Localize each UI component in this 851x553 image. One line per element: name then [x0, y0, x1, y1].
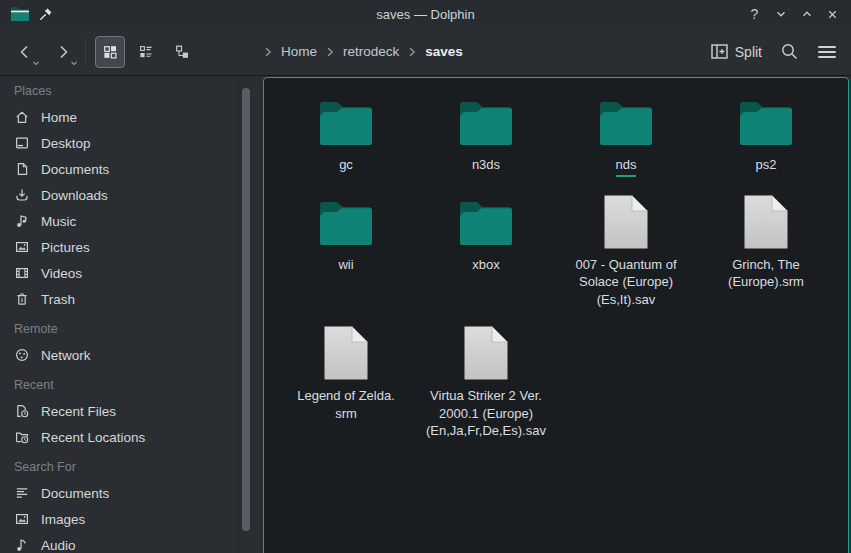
recent-files-icon — [14, 403, 30, 419]
trash-icon — [14, 291, 30, 307]
section-header-recent: Recent — [0, 372, 238, 398]
search-button[interactable] — [780, 42, 799, 61]
sidebar-item-music[interactable]: Music — [0, 208, 238, 234]
sidebar-item-search-audio[interactable]: Audio — [0, 532, 238, 553]
item-label: Legend of Zelda. srm — [297, 387, 395, 422]
forward-dropdown-icon[interactable] — [70, 59, 78, 67]
file-item-legend-of-zelda[interactable]: Legend of Zelda. srm — [276, 325, 416, 440]
split-label: Split — [735, 44, 762, 60]
item-label: Virtua Striker 2 Ver. 2000.1 (Europe) (E… — [426, 387, 546, 440]
split-icon — [711, 44, 728, 59]
folder-item-ps2[interactable]: ps2 — [696, 94, 836, 177]
item-label: wii — [338, 256, 353, 274]
home-icon — [14, 109, 30, 125]
icons-view-button[interactable] — [95, 36, 125, 68]
menu-button[interactable] — [817, 44, 837, 60]
search-icon — [780, 42, 799, 61]
folder-item-xbox[interactable]: xbox — [416, 194, 556, 309]
folder-icon — [318, 94, 374, 150]
file-icon — [743, 194, 789, 250]
sidebar-item-network[interactable]: Network — [0, 342, 238, 368]
item-label: 007 - Quantum of Solace (Europe) (Es,It)… — [575, 256, 676, 309]
network-icon — [14, 347, 30, 363]
music-icon — [14, 213, 30, 229]
sidebar-item-recent-files[interactable]: Recent Files — [0, 398, 238, 424]
pin-icon[interactable] — [39, 7, 53, 21]
places-panel: Places Home Desktop Documents Downloads … — [0, 76, 239, 553]
folder-icon — [738, 94, 794, 150]
sidebar-scrollbar — [239, 76, 253, 553]
folder-icon — [458, 94, 514, 150]
downloads-icon — [14, 187, 30, 203]
folder-view[interactable]: gc n3ds nds — [263, 77, 849, 553]
minimize-button[interactable] — [772, 6, 789, 23]
breadcrumb-retrodeck[interactable]: retrodeck — [343, 44, 399, 59]
window-title: saves — Dolphin — [0, 7, 851, 22]
folder-item-n3ds[interactable]: n3ds — [416, 94, 556, 177]
back-dropdown-icon[interactable] — [32, 59, 40, 67]
documents-icon — [14, 161, 30, 177]
chevron-right-icon — [262, 46, 274, 58]
sidebar-item-videos[interactable]: Videos — [0, 260, 238, 286]
search-documents-icon — [14, 485, 30, 501]
section-header-places: Places — [0, 78, 238, 104]
folder-icon — [318, 194, 374, 250]
chevron-right-icon — [324, 46, 336, 58]
icon-grid: gc n3ds nds — [264, 78, 848, 440]
folder-view-wrap: gc n3ds nds — [253, 76, 851, 553]
folder-item-nds[interactable]: nds — [556, 94, 696, 177]
search-images-icon — [14, 511, 30, 527]
section-header-remote: Remote — [0, 316, 238, 342]
forward-button[interactable] — [48, 36, 78, 68]
breadcrumb: Home retrodeck saves — [262, 44, 463, 59]
sidebar-item-recent-locations[interactable]: Recent Locations — [0, 424, 238, 450]
sidebar-item-search-documents[interactable]: Documents — [0, 480, 238, 506]
sidebar-item-trash[interactable]: Trash — [0, 286, 238, 312]
sidebar-item-documents[interactable]: Documents — [0, 156, 238, 182]
file-item-virtua-striker-2[interactable]: Virtua Striker 2 Ver. 2000.1 (Europe) (E… — [416, 325, 556, 440]
desktop-icon — [14, 135, 30, 151]
toolbar: Home retrodeck saves Split — [0, 28, 851, 76]
sidebar-item-home[interactable]: Home — [0, 104, 238, 130]
sidebar-item-downloads[interactable]: Downloads — [0, 182, 238, 208]
item-label: n3ds — [472, 156, 500, 174]
recent-locations-icon — [14, 429, 30, 445]
videos-icon — [14, 265, 30, 281]
hamburger-icon — [817, 44, 837, 60]
details-view-button[interactable] — [131, 36, 161, 68]
sidebar-scrollbar-thumb[interactable] — [242, 88, 250, 531]
item-label: xbox — [472, 256, 499, 274]
file-icon — [463, 325, 509, 381]
sidebar-item-search-images[interactable]: Images — [0, 506, 238, 532]
file-icon — [323, 325, 369, 381]
file-item-007-quantum-of-solace[interactable]: 007 - Quantum of Solace (Europe) (Es,It)… — [556, 194, 696, 309]
folder-icon — [458, 194, 514, 250]
pictures-icon — [14, 239, 30, 255]
file-icon — [603, 194, 649, 250]
close-button[interactable] — [824, 6, 841, 23]
item-label: ps2 — [756, 156, 777, 174]
item-label: Grinch, The (Europe).srm — [728, 256, 804, 291]
item-label: gc — [339, 156, 353, 174]
app-folder-icon — [10, 6, 30, 22]
folder-item-wii[interactable]: wii — [276, 194, 416, 309]
back-button[interactable] — [10, 36, 40, 68]
maximize-button[interactable] — [798, 6, 815, 23]
folder-item-gc[interactable]: gc — [276, 94, 416, 177]
item-label: nds — [616, 156, 637, 177]
breadcrumb-home[interactable]: Home — [281, 44, 317, 59]
search-audio-icon — [14, 537, 30, 553]
toolbar-separator — [85, 38, 86, 66]
split-button[interactable]: Split — [711, 44, 762, 60]
sidebar-item-desktop[interactable]: Desktop — [0, 130, 238, 156]
chevron-right-icon — [406, 46, 418, 58]
dolphin-window: saves — Dolphin ? — [0, 0, 851, 553]
help-button[interactable]: ? — [746, 6, 763, 23]
file-item-grinch-the[interactable]: Grinch, The (Europe).srm — [696, 194, 836, 309]
content-area: Places Home Desktop Documents Downloads … — [0, 76, 851, 553]
titlebar: saves — Dolphin ? — [0, 0, 851, 28]
breadcrumb-saves[interactable]: saves — [425, 44, 463, 59]
tree-view-button[interactable] — [167, 36, 197, 68]
folder-icon — [598, 94, 654, 150]
sidebar-item-pictures[interactable]: Pictures — [0, 234, 238, 260]
